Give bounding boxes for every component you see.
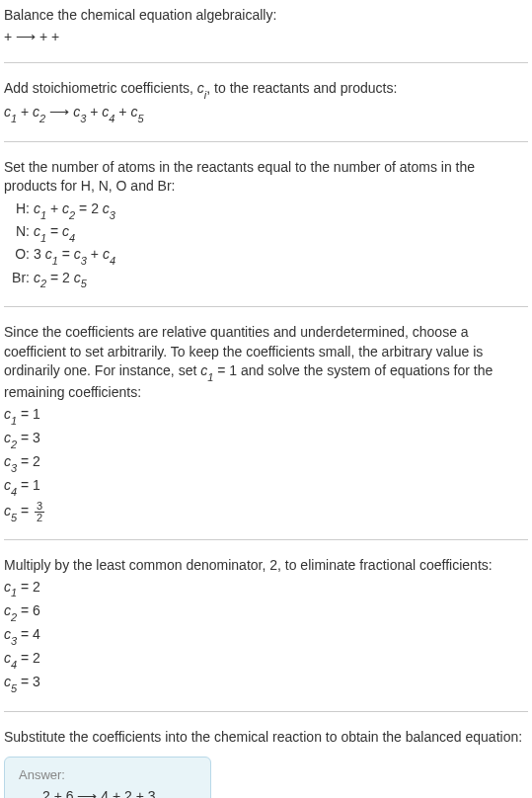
c: c — [4, 674, 11, 689]
c: c — [34, 270, 40, 285]
atom-eq: c2 = 2 c5 — [34, 268, 528, 290]
sub: 1 — [40, 232, 46, 244]
text: = 2 — [17, 650, 40, 666]
c: c — [4, 477, 11, 493]
c: c — [4, 406, 11, 422]
arrow-icon: ⟶ — [49, 103, 69, 122]
text: = 6 — [17, 602, 40, 618]
sub: 1 — [207, 371, 213, 383]
solve-line: c2 = 3 — [4, 429, 528, 450]
text: + — [86, 104, 102, 120]
text: = 3 — [17, 430, 40, 445]
sub: 3 — [110, 209, 115, 221]
c: c — [4, 453, 11, 469]
c: c — [4, 579, 11, 595]
solve-line: c5 = 3 — [4, 673, 528, 694]
text: + — [46, 200, 62, 216]
c: c — [4, 503, 11, 519]
atom-row: O: 3 c1 = c3 + c4 — [6, 244, 528, 267]
text: = 2 — [46, 270, 74, 285]
sub: 4 — [110, 255, 115, 267]
solve-line: c1 = 2 — [4, 578, 528, 599]
divider — [4, 62, 528, 63]
divider — [4, 141, 528, 142]
c: c — [4, 650, 11, 666]
text: = — [46, 223, 62, 239]
text: , to the reactants and products: — [206, 80, 397, 96]
text: = 2 — [17, 579, 40, 595]
c: c — [34, 200, 40, 216]
sub: 4 — [69, 232, 75, 244]
stoich-sub: i — [204, 89, 206, 101]
sub: 2 — [40, 278, 46, 289]
c: c — [45, 246, 52, 262]
solve-line: c3 = 4 — [4, 625, 528, 647]
sub: 1 — [52, 255, 58, 267]
atom-equations: H: c1 + c2 = 2 c3 N: c1 = c4 O: 3 c1 = c… — [6, 199, 528, 290]
sub: 4 — [11, 659, 17, 671]
text: Add stoichiometric coefficients, — [4, 80, 197, 96]
solve-line: c4 = 1 — [4, 476, 528, 498]
sub: 5 — [11, 682, 17, 694]
sub: 1 — [40, 209, 46, 221]
sub: 3 — [11, 635, 17, 647]
text: = 1 — [17, 406, 40, 422]
text: 3 — [34, 246, 45, 262]
answer-content: 2 + 6 ⟶ 4 + 2 + 3 — [19, 788, 196, 798]
stoich-var: c — [197, 80, 204, 96]
text: = 4 — [17, 626, 40, 642]
sub: 5 — [11, 512, 17, 523]
atoms-intro: Set the number of atoms in the reactants… — [4, 158, 528, 197]
sub: 2 — [39, 113, 45, 124]
sub: 4 — [11, 486, 17, 498]
text: = — [58, 246, 74, 262]
c: c — [74, 270, 81, 285]
c: c — [74, 246, 81, 262]
c: c — [4, 626, 11, 642]
arbitrary-intro: Since the coefficients are relative quan… — [4, 323, 528, 403]
text: = 3 — [17, 674, 40, 689]
sub: 1 — [11, 415, 17, 427]
solve-line: c3 = 2 — [4, 452, 528, 474]
sub: 2 — [69, 209, 75, 221]
page-title: Balance the chemical equation algebraica… — [4, 6, 528, 26]
sub: 3 — [80, 113, 86, 124]
c: c — [4, 430, 11, 445]
stoich-line: c1 + c2 ⟶ c3 + c4 + c5 — [4, 103, 528, 124]
stoich-intro: Add stoichiometric coefficients, ci, to … — [4, 79, 528, 101]
sub: 1 — [11, 113, 17, 124]
divider — [4, 306, 528, 307]
c: c — [103, 246, 110, 262]
atom-eq: c1 = c4 — [34, 221, 528, 244]
sub: 1 — [11, 587, 17, 598]
c: c — [4, 104, 11, 120]
sub: 5 — [81, 278, 87, 289]
text: + — [17, 104, 33, 120]
c: c — [103, 200, 110, 216]
solve-line-frac: c5 = 32 — [4, 501, 528, 523]
atom-label: Br: — [6, 268, 34, 290]
atom-label: H: — [6, 199, 34, 221]
divider — [4, 711, 528, 712]
solve-line: c4 = 2 — [4, 649, 528, 671]
sub: 4 — [109, 113, 114, 124]
text: + — [114, 104, 130, 120]
text: = — [17, 503, 33, 519]
atom-row: Br: c2 = 2 c5 — [6, 268, 528, 290]
solve-line: c1 = 1 — [4, 405, 528, 427]
text: + — [87, 246, 103, 262]
answer-label: Answer: — [19, 767, 196, 782]
text: = 2 — [17, 453, 40, 469]
lcd-text: Multiply by the least common denominator… — [4, 556, 528, 576]
numerator: 3 — [35, 501, 44, 513]
atom-eq: 3 c1 = c3 + c4 — [34, 244, 528, 267]
text: = 1 — [17, 477, 40, 493]
sub: 3 — [11, 462, 17, 474]
substitute-text: Substitute the coefficients into the che… — [4, 728, 528, 748]
sub: 3 — [81, 255, 87, 267]
atom-row: H: c1 + c2 = 2 c3 — [6, 199, 528, 221]
c: c — [4, 602, 11, 618]
c: c — [34, 223, 40, 239]
atom-label: N: — [6, 221, 34, 244]
sub: 2 — [11, 439, 17, 450]
